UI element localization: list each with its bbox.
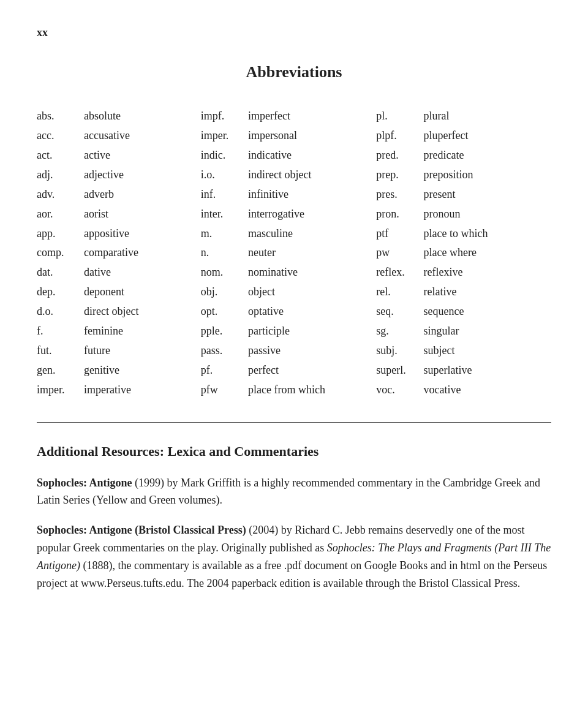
abbr-col1: acc. <box>37 126 84 146</box>
table-row: imper. imperative pfw place from which v… <box>37 380 551 400</box>
table-row: comp. comparative n. neuter pw place whe… <box>37 243 551 263</box>
term-col1: absolute <box>84 107 201 126</box>
term-col2: participle <box>248 322 376 341</box>
term-col3: place where <box>424 243 551 263</box>
term-col3: subject <box>424 341 551 361</box>
abbr-col3: seq. <box>376 302 423 322</box>
page-number: xx <box>37 25 551 42</box>
term-col1: aorist <box>84 205 201 224</box>
abbr-col3: pres. <box>376 185 423 205</box>
additional-resources-section: Additional Resources: Lexica and Comment… <box>37 441 551 592</box>
term-col2: optative <box>248 302 376 322</box>
term-col1: dative <box>84 263 201 282</box>
term-col1: accusative <box>84 126 201 146</box>
abbr-col3: pl. <box>376 107 423 126</box>
abbr-col3: pron. <box>376 205 423 224</box>
table-row: d.o. direct object opt. optative seq. se… <box>37 302 551 322</box>
book-title-1: Sophocles: Antigone <box>37 477 132 489</box>
section-divider <box>37 422 551 423</box>
term-col2: interrogative <box>248 205 376 224</box>
abbr-col2: pass. <box>201 341 248 361</box>
abbr-col2: opt. <box>201 302 248 322</box>
term-col1: active <box>84 146 201 165</box>
table-row: act. active indic. indicative pred. pred… <box>37 146 551 165</box>
abbr-col2: inf. <box>201 185 248 205</box>
abbr-col1: adv. <box>37 185 84 205</box>
term-col2: infinitive <box>248 185 376 205</box>
abbr-col3: pred. <box>376 146 423 165</box>
term-col2: imperfect <box>248 107 376 126</box>
term-col3: relative <box>424 282 551 302</box>
term-col3: plural <box>424 107 551 126</box>
term-col3: superlative <box>424 361 551 380</box>
term-col2: indicative <box>248 146 376 165</box>
paragraph-2-text-cont: (1888), the commentary is available as a… <box>37 559 547 589</box>
abbr-col2: pple. <box>201 322 248 341</box>
term-col1: adjective <box>84 165 201 185</box>
table-row: gen. genitive pf. perfect superl. superl… <box>37 361 551 380</box>
abbr-col1: imper. <box>37 380 84 400</box>
term-col3: singular <box>424 322 551 341</box>
term-col3: preposition <box>424 165 551 185</box>
abbr-col1: abs. <box>37 107 84 126</box>
abbr-col2: impf. <box>201 107 248 126</box>
term-col2: impersonal <box>248 126 376 146</box>
abbr-col3: subj. <box>376 341 423 361</box>
abbr-col1: f. <box>37 322 84 341</box>
term-col2: place from which <box>248 380 376 400</box>
abbr-col2: pf. <box>201 361 248 380</box>
abbr-col2: inter. <box>201 205 248 224</box>
book-title-2: Sophocles: Antigone (Bristol Classical P… <box>37 524 246 536</box>
abbr-col1: app. <box>37 224 84 244</box>
term-col2: neuter <box>248 243 376 263</box>
term-col2: indirect object <box>248 165 376 185</box>
term-col1: comparative <box>84 243 201 263</box>
abbr-col2: m. <box>201 224 248 244</box>
term-col3: place to which <box>424 224 551 244</box>
abbr-col2: pfw <box>201 380 248 400</box>
term-col3: present <box>424 185 551 205</box>
paragraph-1: Sophocles: Antigone (1999) by Mark Griff… <box>37 474 551 510</box>
term-col2: passive <box>248 341 376 361</box>
term-col1: deponent <box>84 282 201 302</box>
term-col2: object <box>248 282 376 302</box>
term-col3: vocative <box>424 380 551 400</box>
abbr-col2: obj. <box>201 282 248 302</box>
term-col3: predicate <box>424 146 551 165</box>
term-col1: direct object <box>84 302 201 322</box>
table-row: dat. dative nom. nominative reflex. refl… <box>37 263 551 282</box>
abbr-col2: imper. <box>201 126 248 146</box>
abbr-col1: act. <box>37 146 84 165</box>
abbr-col3: superl. <box>376 361 423 380</box>
abbr-col3: plpf. <box>376 126 423 146</box>
table-row: f. feminine pple. participle sg. singula… <box>37 322 551 341</box>
abbr-col2: i.o. <box>201 165 248 185</box>
term-col1: appositive <box>84 224 201 244</box>
page-title: Abbreviations <box>37 60 551 85</box>
abbr-col2: n. <box>201 243 248 263</box>
paragraph-2: Sophocles: Antigone (Bristol Classical P… <box>37 521 551 592</box>
table-row: abs. absolute impf. imperfect pl. plural <box>37 107 551 126</box>
table-row: fut. future pass. passive subj. subject <box>37 341 551 361</box>
table-row: app. appositive m. masculine ptf place t… <box>37 224 551 244</box>
table-row: aor. aorist inter. interrogative pron. p… <box>37 205 551 224</box>
term-col2: masculine <box>248 224 376 244</box>
abbr-col1: aor. <box>37 205 84 224</box>
abbr-col3: rel. <box>376 282 423 302</box>
table-row: dep. deponent obj. object rel. relative <box>37 282 551 302</box>
abbr-col1: dep. <box>37 282 84 302</box>
term-col2: perfect <box>248 361 376 380</box>
table-row: adj. adjective i.o. indirect object prep… <box>37 165 551 185</box>
term-col3: pronoun <box>424 205 551 224</box>
abbr-col1: comp. <box>37 243 84 263</box>
section-title: Additional Resources: Lexica and Comment… <box>37 441 551 462</box>
abbreviations-table: abs. absolute impf. imperfect pl. plural… <box>37 107 551 399</box>
term-col1: adverb <box>84 185 201 205</box>
abbr-col3: sg. <box>376 322 423 341</box>
abbr-col1: d.o. <box>37 302 84 322</box>
abbr-col2: nom. <box>201 263 248 282</box>
table-row: acc. accusative imper. impersonal plpf. … <box>37 126 551 146</box>
abbr-col1: gen. <box>37 361 84 380</box>
term-col3: reflexive <box>424 263 551 282</box>
abbr-col1: fut. <box>37 341 84 361</box>
